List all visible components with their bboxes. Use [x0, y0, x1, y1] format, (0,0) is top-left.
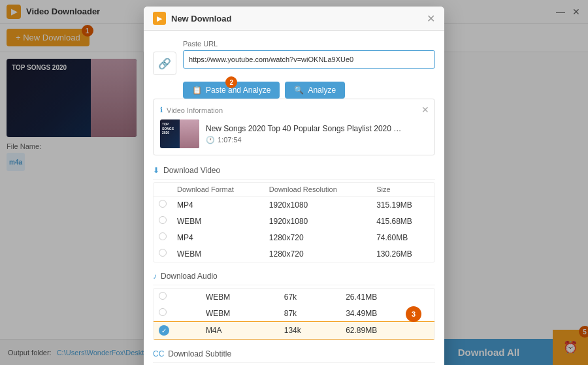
url-right: Paste URL — [183, 40, 435, 69]
audio-format-size: 26.41MB — [340, 289, 434, 305]
col-format-header: Download Format — [172, 183, 264, 197]
info-video-title: New Songs 2020 Top 40 Popular Songs Play… — [206, 124, 402, 133]
download-subtitle-label: Download Subtitle — [168, 349, 231, 358]
download-subtitle-section-header: CC Download Subtitle — [153, 345, 435, 363]
info-thumb-figure — [180, 119, 199, 148]
info-header: ℹ Video Information — [160, 106, 428, 114]
video-radio[interactable] — [159, 232, 167, 240]
link-icon: 🔗 — [158, 57, 171, 70]
audio-format-type: WEBM — [201, 289, 279, 305]
video-format-type: WEBM — [172, 213, 264, 229]
col-radio — [154, 183, 172, 197]
download-audio-section-header: ♪ Download Audio — [153, 268, 435, 285]
app-window: ▶ Video Downloader — ✕ + New Download 1 … — [0, 0, 588, 365]
video-format-row[interactable]: WEBM 1280x720 130.26MB — [154, 246, 434, 262]
col-resolution-header: Download Resolution — [264, 183, 371, 197]
video-format-resolution: 1280x720 — [264, 229, 371, 246]
video-format-type: MP4 — [172, 229, 264, 246]
url-input[interactable] — [183, 50, 435, 69]
audio-format-scroll[interactable]: WEBM 67k 26.41MB WEBM 87k 34.49MB ✓ M4A … — [153, 288, 435, 340]
info-section-label: Video Information — [167, 106, 223, 114]
modal-close-button[interactable]: ✕ — [427, 12, 435, 25]
audio-format-row[interactable]: ✓ M4A 134k 62.89MB — [154, 322, 434, 340]
download-audio-label: Download Audio — [161, 272, 218, 281]
new-download-modal: ▶ New Download ✕ 🔗 Paste URL — [144, 7, 444, 365]
download-audio-icon: ♪ — [153, 272, 157, 281]
modal-body: 🔗 Paste URL 📋 Paste and Analyze 2 — [144, 31, 444, 365]
info-close-button[interactable]: ✕ — [421, 104, 429, 115]
audio-format-type: M4A — [201, 322, 279, 340]
video-format-row[interactable]: MP4 1920x1080 315.19MB — [154, 197, 434, 214]
action-buttons-row: 📋 Paste and Analyze 2 🔍 Analyze — [153, 82, 435, 99]
url-section: 🔗 Paste URL — [153, 40, 435, 75]
audio-format-bitrate: 67k — [279, 289, 340, 305]
video-format-resolution: 1920x1080 — [264, 213, 371, 229]
clock-icon: 🕐 — [206, 136, 215, 144]
info-content: TOPSONGS2020 New Songs 2020 Top 40 Popul… — [160, 119, 428, 148]
paste-analyze-label: Paste and Analyze — [206, 86, 270, 95]
modal-overlay: ▶ New Download ✕ 🔗 Paste URL — [0, 0, 588, 365]
video-format-resolution: 1280x720 — [264, 246, 371, 262]
video-format-size: 130.26MB — [371, 246, 434, 262]
subtitle-icon: CC — [153, 349, 164, 358]
video-radio[interactable] — [159, 249, 167, 257]
video-radio[interactable] — [159, 200, 167, 208]
col-size-header: Size — [371, 183, 434, 197]
audio-format-table: WEBM 67k 26.41MB WEBM 87k 34.49MB ✓ M4A … — [154, 289, 434, 340]
audio-radio[interactable] — [159, 292, 167, 300]
audio-format-size: 62.89MB — [340, 322, 434, 340]
audio-format-bitrate: 134k — [279, 322, 340, 340]
info-thumbnail: TOPSONGS2020 — [160, 119, 199, 148]
paste-icon: 📋 — [192, 86, 202, 95]
duration-value: 1:07:54 — [218, 136, 242, 144]
video-format-resolution: 1920x1080 — [264, 197, 371, 214]
step2-badge: 2 — [225, 76, 237, 88]
video-format-row[interactable]: MP4 1280x720 74.60MB — [154, 229, 434, 246]
analyze-button[interactable]: 🔍 Analyze — [285, 82, 345, 99]
video-format-size: 315.19MB — [371, 197, 434, 214]
download-video-icon: ⬇ — [153, 166, 159, 175]
audio-format-bitrate: 87k — [279, 305, 340, 322]
modal-title-bar: ▶ New Download ✕ — [144, 7, 444, 31]
modal-title: New Download — [171, 14, 231, 24]
video-radio[interactable] — [159, 216, 167, 224]
info-thumb-text: TOPSONGS2020 — [162, 122, 174, 135]
video-format-type: MP4 — [172, 197, 264, 214]
video-format-size: 415.68MB — [371, 213, 434, 229]
info-duration: 🕐 1:07:54 — [206, 136, 428, 144]
info-details: New Songs 2020 Top 40 Popular Songs Play… — [206, 124, 428, 144]
url-label: Paste URL — [183, 40, 435, 48]
analyze-icon: 🔍 — [294, 86, 304, 95]
modal-title-content: ▶ New Download — [153, 12, 231, 25]
modal-logo: ▶ — [153, 12, 166, 25]
video-format-table: Download Format Download Resolution Size… — [154, 183, 434, 262]
audio-format-row[interactable]: WEBM 87k 34.49MB — [154, 305, 434, 322]
video-format-size: 74.60MB — [371, 229, 434, 246]
audio-radio[interactable] — [159, 308, 167, 316]
video-format-type: WEBM — [172, 246, 264, 262]
download-video-label: Download Video — [163, 166, 220, 175]
video-format-scroll[interactable]: Download Format Download Resolution Size… — [153, 182, 435, 262]
video-format-row[interactable]: WEBM 1920x1080 415.68MB — [154, 213, 434, 229]
video-info-panel: ℹ Video Information TOPSONGS2020 New Son… — [153, 99, 435, 155]
analyze-label: Analyze — [308, 86, 336, 95]
paste-and-analyze-button[interactable]: 📋 Paste and Analyze 2 — [183, 82, 280, 99]
audio-check[interactable]: ✓ — [159, 325, 169, 336]
download-video-section-header: ⬇ Download Video — [153, 162, 435, 180]
url-icon-box: 🔗 — [153, 52, 176, 75]
step3-badge: 3 — [406, 306, 421, 322]
audio-format-type: WEBM — [201, 305, 279, 322]
audio-format-row[interactable]: WEBM 67k 26.41MB — [154, 289, 434, 305]
info-icon: ℹ — [160, 106, 163, 114]
